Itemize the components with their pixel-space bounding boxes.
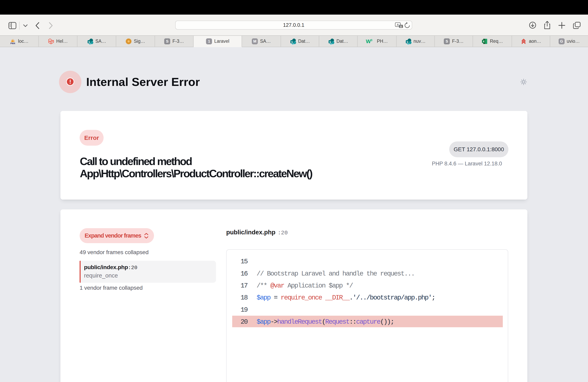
svg-text:S: S [88,40,90,43]
svg-text:S: S [329,40,331,43]
svg-text:S: S [291,40,293,43]
svg-text:PMA: PMA [10,42,15,44]
svg-text:X: X [483,40,484,43]
svg-text:A: A [397,23,399,26]
svg-text:文: 文 [399,25,402,28]
svg-text:S: S [406,40,408,43]
